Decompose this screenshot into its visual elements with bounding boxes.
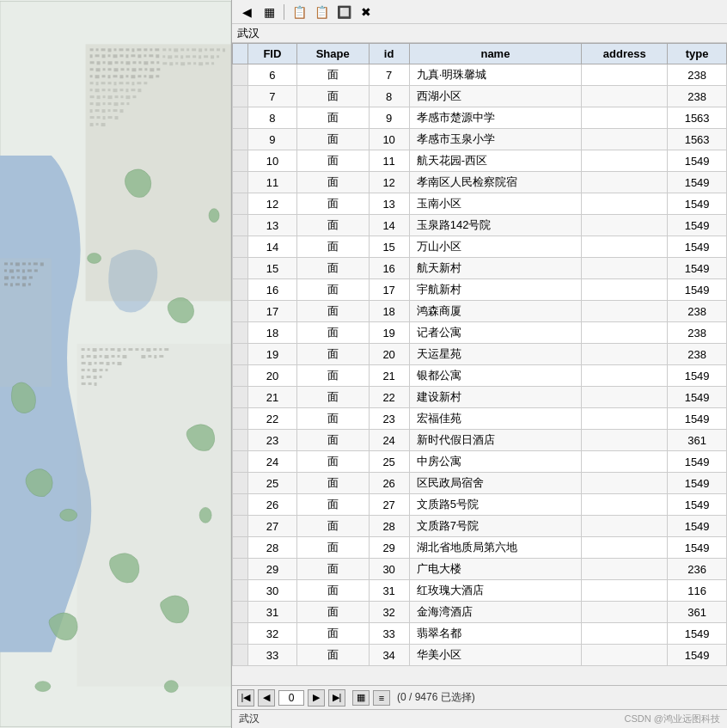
table-row[interactable]: 11面12孝南区人民检察院宿1549 bbox=[233, 172, 727, 193]
svg-rect-46 bbox=[138, 68, 142, 70]
row-selector[interactable] bbox=[233, 150, 248, 172]
svg-rect-40 bbox=[103, 68, 106, 70]
last-record-button[interactable]: ▶| bbox=[328, 689, 345, 707]
table-row[interactable]: 26面27文质路5号院1549 bbox=[233, 494, 727, 516]
table-row[interactable]: 10面11航天花园-西区1549 bbox=[233, 150, 727, 172]
table-row[interactable]: 14面15万山小区1549 bbox=[233, 236, 727, 258]
next-record-button[interactable]: ▶ bbox=[308, 689, 325, 707]
table-row[interactable]: 23面24新时代假日酒店361 bbox=[233, 430, 727, 451]
row-selector[interactable] bbox=[233, 322, 248, 344]
filter-icon[interactable]: ≡ bbox=[373, 690, 390, 706]
row-selector[interactable] bbox=[233, 473, 248, 494]
table-panel: ◀ ▦ 📋 📋 🔲 ✖ 武汉 FID Shape id name bbox=[232, 0, 727, 728]
col-header-address[interactable]: address bbox=[582, 44, 668, 64]
cell-id: 13 bbox=[369, 193, 409, 215]
col-header-name[interactable]: name bbox=[409, 44, 582, 64]
table-row[interactable]: 13面14玉泉路142号院1549 bbox=[233, 215, 727, 236]
row-selector[interactable] bbox=[233, 387, 248, 408]
table-row[interactable]: 18面19记者公寓238 bbox=[233, 322, 727, 344]
cell-id: 23 bbox=[369, 408, 409, 430]
cell-name: 宏福佳苑 bbox=[409, 408, 582, 430]
table-row[interactable]: 27面28文质路7号院1549 bbox=[233, 516, 727, 537]
svg-rect-47 bbox=[144, 68, 147, 70]
select-button[interactable]: 🔲 bbox=[334, 3, 353, 21]
paste-button[interactable]: 📋 bbox=[312, 3, 331, 21]
row-selector[interactable] bbox=[233, 430, 248, 451]
cell-fid: 26 bbox=[248, 494, 297, 516]
table-row[interactable]: 7面8西湖小区238 bbox=[233, 86, 727, 107]
cell-type: 1549 bbox=[668, 623, 727, 645]
col-header-fid[interactable]: FID bbox=[248, 44, 297, 64]
row-selector[interactable] bbox=[233, 279, 248, 301]
table-view-button[interactable]: ▦ bbox=[260, 3, 278, 21]
table-row[interactable]: 12面13玉南小区1549 bbox=[233, 193, 727, 215]
col-header-type[interactable]: type bbox=[668, 44, 727, 64]
cell-shape: 面 bbox=[296, 430, 369, 451]
table-row[interactable]: 31面32金海湾酒店361 bbox=[233, 602, 727, 623]
svg-rect-185 bbox=[95, 362, 97, 364]
row-selector[interactable] bbox=[233, 559, 248, 580]
svg-rect-126 bbox=[192, 55, 196, 58]
svg-rect-10 bbox=[137, 48, 141, 51]
back-button[interactable]: ◀ bbox=[237, 3, 256, 21]
table-row[interactable]: 19面20天运星苑238 bbox=[233, 344, 727, 365]
row-selector[interactable] bbox=[233, 64, 248, 86]
table-row[interactable]: 15面16航天新村1549 bbox=[233, 258, 727, 279]
row-selector[interactable] bbox=[233, 129, 248, 150]
table-row[interactable]: 6面7九真·明珠馨城238 bbox=[233, 64, 727, 86]
table-row[interactable]: 16面17宇航新村1549 bbox=[233, 279, 727, 301]
svg-rect-20 bbox=[125, 54, 128, 58]
cell-fid: 16 bbox=[248, 279, 297, 301]
svg-rect-97 bbox=[95, 109, 100, 112]
cell-shape: 面 bbox=[296, 150, 369, 172]
row-selector[interactable] bbox=[233, 623, 248, 645]
table-row[interactable]: 30面31红玫瑰大酒店116 bbox=[233, 580, 727, 602]
row-selector[interactable] bbox=[233, 172, 248, 193]
row-selector[interactable] bbox=[233, 301, 248, 322]
svg-rect-69 bbox=[131, 82, 134, 85]
close-button[interactable]: ✖ bbox=[357, 3, 376, 21]
table-row[interactable]: 21面22建设新村1549 bbox=[233, 387, 727, 408]
table-row[interactable]: 25面26区民政局宿舍1549 bbox=[233, 473, 727, 494]
table-wrapper[interactable]: FID Shape id name address type 6面7九真·明珠馨… bbox=[232, 43, 727, 685]
row-selector[interactable] bbox=[233, 408, 248, 430]
row-selector[interactable] bbox=[233, 258, 248, 279]
current-record-input[interactable]: 0 bbox=[278, 690, 304, 706]
row-selector[interactable] bbox=[233, 516, 248, 537]
svg-rect-174 bbox=[135, 348, 138, 351]
row-selector[interactable] bbox=[233, 215, 248, 236]
table-row[interactable]: 9面10孝感市玉泉小学1563 bbox=[233, 129, 727, 150]
cell-id: 9 bbox=[369, 107, 409, 129]
first-record-button[interactable]: |◀ bbox=[237, 689, 254, 707]
row-selector[interactable] bbox=[233, 193, 248, 215]
svg-rect-43 bbox=[120, 68, 124, 70]
table-row[interactable]: 24面25中房公寓1549 bbox=[233, 451, 727, 473]
table-row[interactable]: 17面18鸿森商厦238 bbox=[233, 301, 727, 322]
row-selector[interactable] bbox=[233, 537, 248, 559]
row-selector[interactable] bbox=[233, 344, 248, 365]
table-icon[interactable]: ▦ bbox=[352, 690, 370, 706]
row-selector[interactable] bbox=[233, 236, 248, 258]
row-selector[interactable] bbox=[233, 86, 248, 107]
col-header-id[interactable]: id bbox=[369, 44, 409, 64]
row-selector[interactable] bbox=[233, 451, 248, 473]
row-selector[interactable] bbox=[233, 494, 248, 516]
table-row[interactable]: 32面33翡翠名都1549 bbox=[233, 623, 727, 645]
cell-address bbox=[582, 215, 668, 236]
svg-rect-57 bbox=[131, 75, 135, 78]
table-row[interactable]: 8面9孝感市楚源中学1563 bbox=[233, 107, 727, 129]
table-row[interactable]: 28面29湖北省地质局第六地1549 bbox=[233, 537, 727, 559]
table-row[interactable]: 22面23宏福佳苑1549 bbox=[233, 408, 727, 430]
col-header-shape[interactable]: Shape bbox=[296, 44, 369, 64]
table-row[interactable]: 20面21银都公寓1549 bbox=[233, 365, 727, 387]
copy-button[interactable]: 📋 bbox=[290, 3, 309, 21]
table-row[interactable]: 29面30广电大楼236 bbox=[233, 559, 727, 580]
cell-shape: 面 bbox=[296, 537, 369, 559]
row-selector[interactable] bbox=[233, 645, 248, 666]
prev-record-button[interactable]: ◀ bbox=[258, 689, 275, 707]
row-selector[interactable] bbox=[233, 107, 248, 129]
table-row[interactable]: 33面34华美小区1549 bbox=[233, 645, 727, 666]
row-selector[interactable] bbox=[233, 580, 248, 602]
row-selector[interactable] bbox=[233, 602, 248, 623]
row-selector[interactable] bbox=[233, 365, 248, 387]
